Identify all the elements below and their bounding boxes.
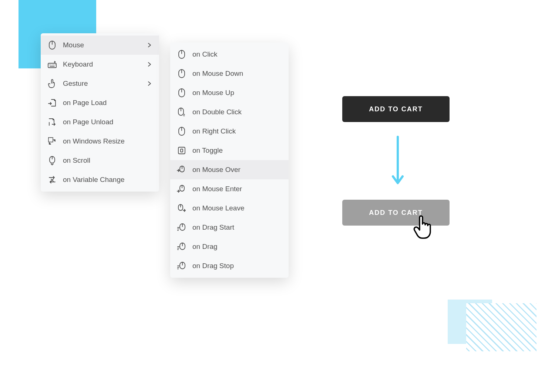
menu-item-label: on Double Click <box>192 108 282 116</box>
drag-icon <box>177 242 186 251</box>
menu-item-label: on Windows Resize <box>63 137 152 145</box>
decorative-hatch-pattern <box>466 303 536 351</box>
trigger-menu: MouseKeyboardGestureon Page Loadon Page … <box>41 33 159 192</box>
menu-item-on-double-click[interactable]: 2on Double Click <box>170 102 289 122</box>
variable-change-icon <box>47 175 57 185</box>
keyboard-icon <box>47 60 57 69</box>
mouse-submenu: on Clickon Mouse Downon Mouse Up2on Doub… <box>170 43 289 278</box>
toggle-icon <box>177 146 186 155</box>
menu-item-label: on Scroll <box>63 156 152 165</box>
menu-item-on-mouse-over[interactable]: on Mouse Over <box>170 160 289 179</box>
arrow-down-icon <box>391 135 404 187</box>
chevron-right-icon <box>147 81 152 87</box>
menu-item-label: Gesture <box>63 80 147 88</box>
menu-item-mouse[interactable]: Mouse <box>41 36 159 55</box>
mouse-enter-icon <box>177 184 186 194</box>
menu-item-label: on Drag Stop <box>192 262 282 270</box>
resize-icon <box>47 136 57 146</box>
menu-item-on-windows-resize[interactable]: on Windows Resize <box>41 132 159 151</box>
menu-item-on-mouse-down[interactable]: on Mouse Down <box>170 64 289 83</box>
gesture-icon <box>47 79 57 88</box>
menu-item-label: on Drag <box>192 243 282 251</box>
menu-item-on-page-load[interactable]: on Page Load <box>41 93 159 112</box>
mouse-icon <box>177 88 186 98</box>
add-to-cart-button-normal[interactable]: ADD TO CART <box>342 96 450 122</box>
menu-item-label: on Page Load <box>63 99 152 107</box>
menu-item-gesture[interactable]: Gesture <box>41 74 159 93</box>
menu-item-label: on Mouse Down <box>192 70 282 78</box>
mouse-icon <box>177 126 186 136</box>
menu-item-label: on Variable Change <box>63 176 152 184</box>
menu-item-on-scroll[interactable]: on Scroll <box>41 151 159 170</box>
menu-item-label: on Mouse Over <box>192 166 282 174</box>
menu-item-on-variable-change[interactable]: on Variable Change <box>41 170 159 189</box>
mouse-leave-icon <box>177 203 186 213</box>
menu-item-on-right-click[interactable]: on Right Click <box>170 122 289 141</box>
mouse-over-icon <box>177 165 186 175</box>
menu-item-label: on Drag Start <box>192 223 282 232</box>
mouse-icon <box>177 50 186 59</box>
menu-item-label: on Toggle <box>192 146 282 155</box>
menu-item-on-toggle[interactable]: on Toggle <box>170 141 289 160</box>
menu-item-label: on Mouse Up <box>192 89 282 97</box>
menu-item-on-mouse-leave[interactable]: on Mouse Leave <box>170 199 289 218</box>
svg-rect-9 <box>48 138 53 142</box>
menu-item-label: on Page Unload <box>63 118 152 126</box>
menu-item-on-drag-stop[interactable]: on Drag Stop <box>170 256 289 276</box>
double-click-icon: 2 <box>177 107 186 117</box>
menu-item-label: on Click <box>192 50 282 58</box>
menu-item-label: on Mouse Leave <box>192 204 282 212</box>
menu-item-label: on Right Click <box>192 127 282 135</box>
svg-rect-24 <box>181 149 183 152</box>
page-unload-icon <box>47 117 57 127</box>
menu-item-label: Mouse <box>63 41 147 49</box>
chevron-right-icon <box>147 61 152 67</box>
chevron-right-icon <box>147 42 152 48</box>
svg-text:2: 2 <box>183 113 185 117</box>
menu-item-on-drag-start[interactable]: on Drag Start <box>170 218 289 237</box>
drag-stop-icon <box>177 261 186 271</box>
button-label: ADD TO CART <box>369 105 423 113</box>
hand-cursor-icon <box>413 214 434 240</box>
menu-item-label: Keyboard <box>63 60 147 68</box>
menu-item-label: on Mouse Enter <box>192 185 282 193</box>
menu-item-on-mouse-enter[interactable]: on Mouse Enter <box>170 179 289 199</box>
menu-item-on-page-unload[interactable]: on Page Unload <box>41 112 159 132</box>
scroll-icon <box>47 156 57 165</box>
page-load-icon <box>47 98 57 108</box>
menu-item-keyboard[interactable]: Keyboard <box>41 55 159 74</box>
mouse-icon <box>47 40 57 50</box>
menu-item-on-drag[interactable]: on Drag <box>170 237 289 256</box>
svg-rect-23 <box>178 147 185 154</box>
mouse-icon <box>177 69 186 78</box>
menu-item-on-mouse-up[interactable]: on Mouse Up <box>170 83 289 102</box>
drag-start-icon <box>177 223 186 232</box>
svg-rect-2 <box>48 63 56 68</box>
menu-item-on-click[interactable]: on Click <box>170 45 289 64</box>
